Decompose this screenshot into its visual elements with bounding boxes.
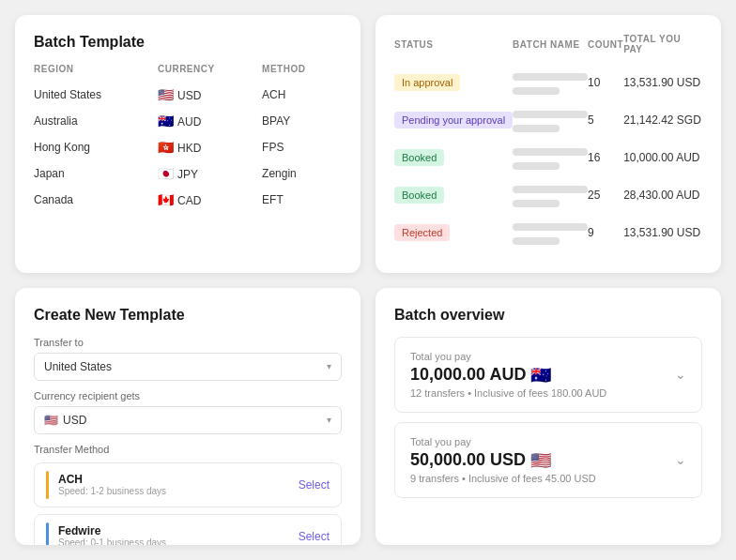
select-method-button[interactable]: Select [299, 478, 330, 492]
overview-label: Total you pay [410, 436, 596, 447]
method-info: ACH Speed: 1-2 business days [58, 473, 299, 496]
status-cell: Booked [394, 139, 513, 176]
total-cell: 13,531.90 USD [623, 64, 702, 101]
batch-table-row: Japan 🇯🇵JPY Zengin [34, 160, 342, 187]
create-template-card: Create New Template Transfer to United S… [15, 288, 360, 546]
method-speed: Speed: 0-1 business days [58, 537, 299, 545]
count-cell: 10 [588, 64, 623, 101]
currency-select[interactable]: 🇺🇸 USD ▾ [34, 406, 342, 434]
currency-cell: 🇺🇸USD [158, 82, 262, 108]
count-cell: 9 [588, 214, 623, 251]
batch-template-title: Batch Template [34, 34, 342, 51]
count-cell: 16 [588, 139, 623, 176]
method-cell: Zengin [262, 160, 342, 187]
select-method-button[interactable]: Select [299, 530, 330, 543]
batch-name-cell [513, 214, 588, 251]
batch-overview-item[interactable]: Total you pay 10,000.00 AUD 🇦🇺 12 transf… [394, 337, 702, 413]
batch-overview-card: Batch overview Total you pay 10,000.00 A… [376, 288, 721, 546]
batch-table-row: United States 🇺🇸USD ACH [34, 82, 342, 108]
chevron-down-icon-2: ▾ [327, 415, 331, 425]
status-table-row: Booked 16 10,000.00 AUD [394, 139, 702, 176]
currency-flag-icon: 🇺🇸 [44, 414, 58, 427]
currency-cell: 🇭🇰HKD [158, 134, 262, 160]
col-currency: CURRENCY [158, 64, 262, 82]
batch-name-cell [513, 176, 588, 214]
total-cell: 10,000.00 AUD [623, 139, 702, 176]
status-badge: Pending your approval [394, 112, 513, 129]
method-name: ACH [58, 473, 299, 486]
currency-cell: 🇦🇺AUD [158, 108, 262, 134]
status-table-row: Booked 25 28,430.00 AUD [394, 176, 702, 214]
batch-template-card: Batch Template REGION CURRENCY METHOD Un… [15, 15, 360, 273]
chevron-down-icon: ⌄ [675, 367, 686, 382]
transfer-to-value: United States [44, 360, 112, 373]
currency-value: USD [63, 414, 327, 427]
chevron-down-icon: ⌄ [675, 452, 686, 467]
overview-amount: 50,000.00 USD 🇺🇸 [410, 450, 596, 471]
batch-table-row: Canada 🇨🇦CAD EFT [34, 187, 342, 213]
transfer-to-select[interactable]: United States ▾ [34, 353, 342, 381]
col-method: METHOD [262, 64, 342, 82]
status-badge: Booked [394, 149, 444, 166]
batch-name-cell [513, 101, 588, 139]
status-table-row: Pending your approval 5 21,142.42 SGD [394, 101, 702, 139]
overview-amount: 10,000.00 AUD 🇦🇺 [410, 365, 606, 386]
status-badge: In approval [394, 74, 460, 91]
batch-template-table: REGION CURRENCY METHOD United States 🇺🇸U… [34, 64, 342, 213]
batch-overview-title: Batch overview [394, 307, 702, 324]
region-cell: Hong Kong [34, 134, 158, 160]
create-template-title: Create New Template [34, 307, 342, 324]
batch-name-cell [513, 64, 588, 101]
status-badge: Booked [394, 187, 444, 204]
transfer-to-label: Transfer to [34, 337, 342, 348]
region-cell: Japan [34, 160, 158, 187]
region-cell: Australia [34, 108, 158, 134]
status-cell: Pending your approval [394, 101, 513, 139]
region-cell: United States [34, 82, 158, 108]
overview-content: Total you pay 50,000.00 USD 🇺🇸 9 transfe… [410, 436, 596, 484]
overview-label: Total you pay [410, 351, 606, 362]
col-count: COUNT [588, 34, 623, 64]
method-cell: ACH [262, 82, 342, 108]
col-region: REGION [34, 64, 158, 82]
status-table-row: In approval 10 13,531.90 USD [394, 64, 702, 101]
batch-overview-item[interactable]: Total you pay 50,000.00 USD 🇺🇸 9 transfe… [394, 422, 702, 498]
total-cell: 13,531.90 USD [623, 214, 702, 251]
status-cell: Rejected [394, 214, 513, 251]
currency-flag-icon: 🇺🇸 [530, 450, 551, 471]
currency-label: Currency recipient gets [34, 390, 342, 401]
count-cell: 5 [588, 101, 623, 139]
status-table-card: STATUS BATCH NAME COUNT TOTAL YOU PAY In… [376, 15, 721, 273]
total-cell: 21,142.42 SGD [623, 101, 702, 139]
batch-table-row: Hong Kong 🇭🇰HKD FPS [34, 134, 342, 160]
main-grid: Batch Template REGION CURRENCY METHOD Un… [0, 0, 736, 560]
method-cell: BPAY [262, 108, 342, 134]
col-status: STATUS [394, 34, 513, 64]
count-cell: 25 [588, 176, 623, 214]
transfer-method-item: ACH Speed: 1-2 business days Select [34, 462, 342, 507]
col-total: TOTAL YOU PAY [623, 34, 702, 64]
status-badge: Rejected [394, 224, 450, 241]
method-accent-bar [46, 471, 49, 499]
method-accent-bar [46, 522, 49, 546]
overview-detail: 12 transfers • Inclusive of fees 180.00 … [410, 387, 606, 399]
total-cell: 28,430.00 AUD [623, 176, 702, 214]
status-table-row: Rejected 9 13,531.90 USD [394, 214, 702, 251]
status-cell: Booked [394, 176, 513, 214]
status-cell: In approval [394, 64, 513, 101]
method-speed: Speed: 1-2 business days [58, 486, 299, 496]
col-batch-name: BATCH NAME [513, 34, 588, 64]
currency-cell: 🇨🇦CAD [158, 187, 262, 213]
overview-detail: 9 transfers • Inclusive of fees 45.00 US… [410, 473, 596, 484]
status-table: STATUS BATCH NAME COUNT TOTAL YOU PAY In… [394, 34, 702, 251]
method-info: Fedwire Speed: 0-1 business days [58, 524, 299, 545]
region-cell: Canada [34, 187, 158, 213]
transfer-method-item: Fedwire Speed: 0-1 business days Select [34, 514, 342, 546]
method-cell: FPS [262, 134, 342, 160]
method-name: Fedwire [58, 524, 299, 537]
transfer-method-label: Transfer Method [34, 444, 342, 455]
batch-table-row: Australia 🇦🇺AUD BPAY [34, 108, 342, 134]
batch-name-cell [513, 139, 588, 176]
currency-flag-icon: 🇦🇺 [530, 365, 551, 386]
overview-content: Total you pay 10,000.00 AUD 🇦🇺 12 transf… [410, 351, 606, 399]
